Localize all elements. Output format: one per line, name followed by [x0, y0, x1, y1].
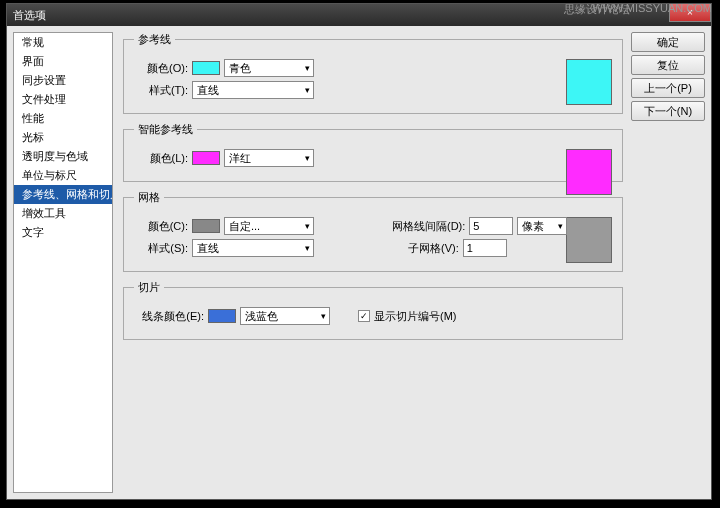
sidebar-item-general[interactable]: 常规 — [14, 33, 112, 52]
sidebar-item-performance[interactable]: 性能 — [14, 109, 112, 128]
watermark-url: WWW.MISSYUAN.COM — [592, 2, 712, 14]
grid-color-value: 自定... — [229, 219, 260, 234]
grid-spacing-label: 网格线间隔(D): — [392, 219, 465, 234]
sidebar-item-guides-grid-slices[interactable]: 参考线、网格和切片 — [14, 185, 112, 204]
sidebar-item-sync[interactable]: 同步设置 — [14, 71, 112, 90]
sidebar-item-plugins[interactable]: 增效工具 — [14, 204, 112, 223]
next-button[interactable]: 下一个(N) — [631, 101, 705, 121]
sidebar-item-interface[interactable]: 界面 — [14, 52, 112, 71]
grid-style-select[interactable]: 直线 — [192, 239, 314, 257]
sidebar-item-cursors[interactable]: 光标 — [14, 128, 112, 147]
guides-style-label: 样式(T): — [134, 83, 188, 98]
slice-color-select[interactable]: 浅蓝色 — [240, 307, 330, 325]
grid-subdiv-input[interactable]: 1 — [463, 239, 507, 257]
grid-spacing-unit-select[interactable]: 像素 — [517, 217, 567, 235]
grid-legend: 网格 — [134, 190, 164, 205]
guides-color-select[interactable]: 青色 — [224, 59, 314, 77]
guides-color-label: 颜色(O): — [134, 61, 188, 76]
slice-color-swatch[interactable] — [208, 309, 236, 323]
cancel-button[interactable]: 复位 — [631, 55, 705, 75]
smartguides-group: 智能参考线 颜色(L): 洋红 — [123, 122, 623, 182]
guides-legend: 参考线 — [134, 32, 175, 47]
grid-subdiv-label: 子网格(V): — [408, 241, 459, 256]
grid-spacing-input[interactable]: 5 — [469, 217, 513, 235]
grid-color-label: 颜色(C): — [134, 219, 188, 234]
guides-style-select[interactable]: 直线 — [192, 81, 314, 99]
grid-group: 网格 颜色(C): 自定... 网格线间隔(D): 5 像素 样式(S): 直线 — [123, 190, 623, 272]
grid-spacing-unit: 像素 — [522, 219, 544, 234]
slice-color-label: 线条颜色(E): — [134, 309, 204, 324]
guides-group: 参考线 颜色(O): 青色 样式(T): 直线 — [123, 32, 623, 114]
slice-shownumbers-checkbox[interactable]: ✓ — [358, 310, 370, 322]
smartguides-color-select[interactable]: 洋红 — [224, 149, 314, 167]
ok-button[interactable]: 确定 — [631, 32, 705, 52]
slice-group: 切片 线条颜色(E): 浅蓝色 ✓ 显示切片编号(M) — [123, 280, 623, 340]
sidebar-item-units[interactable]: 单位与标尺 — [14, 166, 112, 185]
guides-color-swatch[interactable] — [192, 61, 220, 75]
slice-color-value: 浅蓝色 — [245, 309, 278, 324]
prev-button[interactable]: 上一个(P) — [631, 78, 705, 98]
settings-panels: 参考线 颜色(O): 青色 样式(T): 直线 智能参考线 — [123, 32, 623, 493]
grid-color-preview[interactable] — [566, 217, 612, 263]
main-panel: 参考线 颜色(O): 青色 样式(T): 直线 智能参考线 — [113, 26, 711, 499]
button-column: 确定 复位 上一个(P) 下一个(N) — [631, 32, 705, 493]
guides-color-value: 青色 — [229, 61, 251, 76]
grid-color-select[interactable]: 自定... — [224, 217, 314, 235]
window-title: 首选项 — [13, 8, 46, 23]
category-sidebar: 常规 界面 同步设置 文件处理 性能 光标 透明度与色域 单位与标尺 参考线、网… — [13, 32, 113, 493]
preferences-window: 首选项 × 常规 界面 同步设置 文件处理 性能 光标 透明度与色域 单位与标尺… — [6, 3, 712, 500]
smartguides-color-swatch[interactable] — [192, 151, 220, 165]
smartguides-color-value: 洋红 — [229, 151, 251, 166]
content-area: 常规 界面 同步设置 文件处理 性能 光标 透明度与色域 单位与标尺 参考线、网… — [7, 26, 711, 499]
slice-shownumbers-label: 显示切片编号(M) — [374, 309, 457, 324]
sidebar-item-filehandling[interactable]: 文件处理 — [14, 90, 112, 109]
grid-style-label: 样式(S): — [134, 241, 188, 256]
guides-style-value: 直线 — [197, 83, 219, 98]
smartguides-legend: 智能参考线 — [134, 122, 197, 137]
guides-color-preview[interactable] — [566, 59, 612, 105]
sidebar-item-transparency[interactable]: 透明度与色域 — [14, 147, 112, 166]
sidebar-item-type[interactable]: 文字 — [14, 223, 112, 242]
slice-legend: 切片 — [134, 280, 164, 295]
grid-style-value: 直线 — [197, 241, 219, 256]
smartguides-color-preview[interactable] — [566, 149, 612, 195]
grid-color-swatch[interactable] — [192, 219, 220, 233]
smartguides-color-label: 颜色(L): — [134, 151, 188, 166]
